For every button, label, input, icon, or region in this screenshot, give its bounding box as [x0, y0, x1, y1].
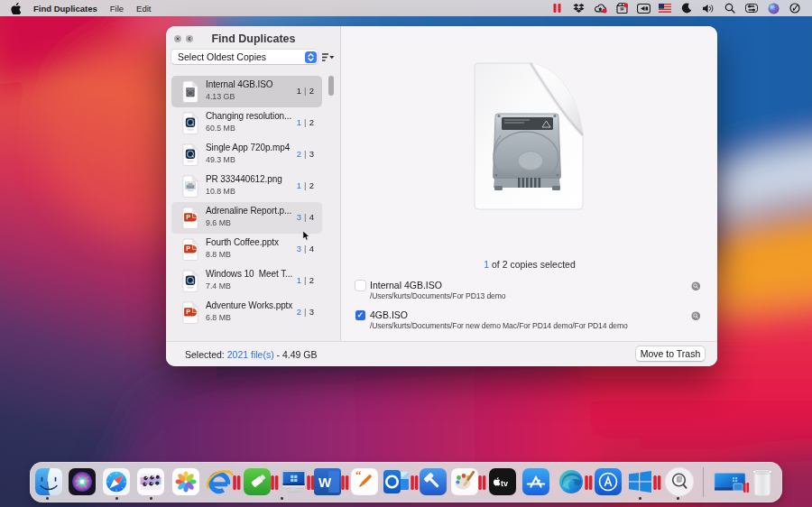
svg-text:tv: tv [501, 479, 508, 488]
svg-text:W: W [318, 475, 332, 490]
svg-text:“: “ [355, 468, 362, 482]
